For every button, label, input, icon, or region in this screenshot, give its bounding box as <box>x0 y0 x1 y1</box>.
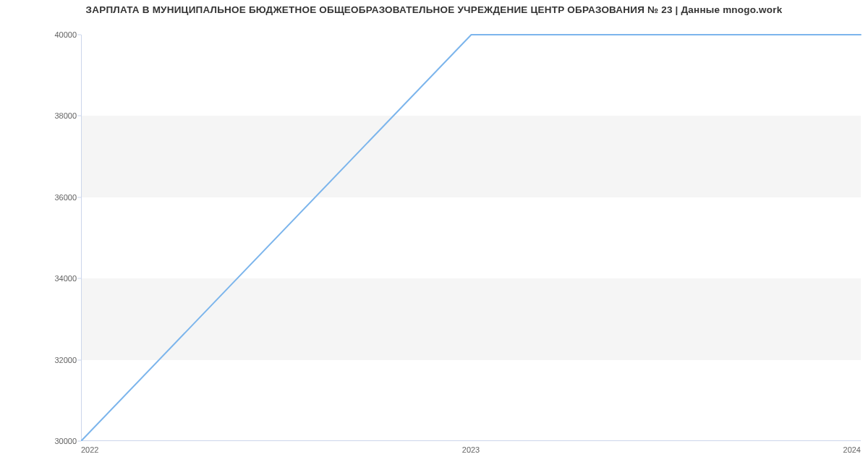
x-tick-label: 2022 <box>81 445 98 454</box>
plot-area <box>81 35 861 441</box>
line-layer <box>82 35 861 440</box>
y-tick-label: 34000 <box>19 274 77 283</box>
y-tick-label: 32000 <box>19 356 77 364</box>
x-tick-label: 2024 <box>843 445 861 454</box>
chart-title: ЗАРПЛАТА В МУНИЦИПАЛЬНОЕ БЮДЖЕТНОЕ ОБЩЕО… <box>0 4 868 15</box>
y-tick-label: 38000 <box>19 111 77 120</box>
y-tick-label: 30000 <box>19 437 77 445</box>
y-tick-label: 36000 <box>19 193 77 202</box>
y-tick-label: 40000 <box>19 30 77 39</box>
x-tick-label: 2023 <box>462 445 480 454</box>
salary-series-line <box>82 35 861 440</box>
salary-line-chart: ЗАРПЛАТА В МУНИЦИПАЛЬНОЕ БЮДЖЕТНОЕ ОБЩЕО… <box>0 0 868 470</box>
